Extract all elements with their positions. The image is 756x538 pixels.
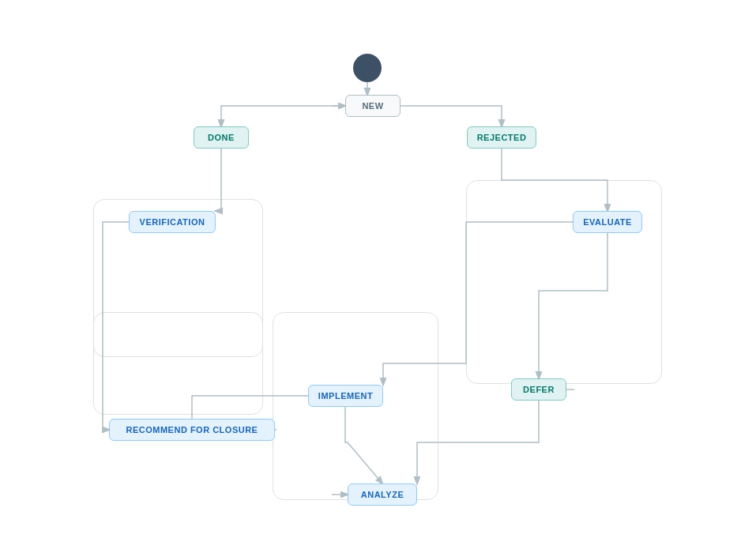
connectors-svg: [0, 0, 756, 538]
node-new[interactable]: NEW: [345, 95, 401, 117]
node-defer[interactable]: DEFER: [511, 378, 566, 401]
node-done[interactable]: DONE: [194, 126, 249, 149]
group-box-left-lower: [93, 312, 263, 415]
node-implement[interactable]: IMPLEMENT: [308, 385, 383, 407]
node-recommend-for-closure[interactable]: RECOMMEND FOR CLOSURE: [109, 419, 275, 441]
node-evaluate[interactable]: EVALUATE: [573, 211, 642, 233]
node-analyze[interactable]: ANALYZE: [348, 483, 417, 506]
diagram-container: NEW DONE REJECTED VERIFICATION EVALUATE …: [0, 0, 756, 538]
node-rejected[interactable]: REJECTED: [467, 126, 536, 149]
node-verification[interactable]: VERIFICATION: [129, 211, 216, 233]
start-node: [353, 54, 382, 82]
